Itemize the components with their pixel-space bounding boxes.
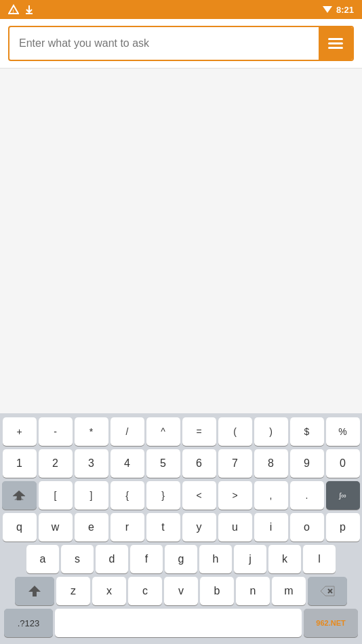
- key-u[interactable]: u: [218, 513, 252, 542]
- key-fn[interactable]: ∫∞: [326, 481, 361, 510]
- svg-rect-7: [328, 47, 343, 49]
- keyboard-row-qwerty: q w e r t y u i o p: [2, 513, 360, 542]
- key-y[interactable]: y: [182, 513, 216, 542]
- key-p[interactable]: p: [326, 513, 360, 542]
- svg-rect-6: [328, 43, 343, 45]
- key-t[interactable]: t: [146, 513, 180, 542]
- send-icon: [328, 37, 343, 50]
- key-l[interactable]: l: [303, 545, 336, 573]
- search-input[interactable]: [9, 29, 319, 58]
- signal-icon: [323, 5, 332, 14]
- backspace-icon: [319, 585, 336, 597]
- keyboard: + - * / ^ = ( ) $ % 1 2 3 4 5 6 7 8 9 0 …: [0, 413, 362, 644]
- key-m[interactable]: m: [272, 577, 306, 605]
- key-lbracket[interactable]: [: [39, 481, 73, 510]
- search-area: [0, 19, 362, 69]
- svg-marker-12: [321, 586, 334, 596]
- search-box: [8, 26, 354, 61]
- key-r[interactable]: r: [110, 513, 144, 542]
- key-c[interactable]: c: [128, 577, 162, 605]
- key-d[interactable]: d: [96, 545, 128, 573]
- key-h[interactable]: h: [199, 545, 232, 573]
- key-rparen[interactable]: ): [254, 417, 288, 446]
- key-6[interactable]: 6: [182, 449, 216, 478]
- keyboard-row-asdf: a s d f g h j k l: [2, 545, 360, 573]
- key-s[interactable]: s: [61, 545, 94, 573]
- key-z[interactable]: z: [56, 577, 90, 605]
- key-shift[interactable]: [15, 577, 54, 605]
- key-0[interactable]: 0: [326, 449, 360, 478]
- key-minus[interactable]: -: [39, 417, 73, 446]
- key-3[interactable]: 3: [75, 449, 108, 478]
- key-asterisk[interactable]: *: [75, 417, 108, 446]
- key-1[interactable]: 1: [3, 449, 37, 478]
- key-backspace[interactable]: [308, 577, 347, 605]
- status-time: 8:21: [336, 5, 354, 15]
- svg-marker-4: [323, 6, 332, 13]
- key-2[interactable]: 2: [39, 449, 73, 478]
- key-b[interactable]: b: [200, 577, 234, 605]
- key-7[interactable]: 7: [218, 449, 252, 478]
- key-4[interactable]: 4: [110, 449, 144, 478]
- shift-icon: [28, 584, 41, 598]
- key-lparen[interactable]: (: [218, 417, 252, 446]
- key-comma[interactable]: ,: [254, 481, 288, 510]
- key-equals[interactable]: =: [182, 417, 216, 446]
- key-dollar[interactable]: $: [290, 417, 324, 446]
- svg-marker-11: [28, 586, 41, 596]
- key-caret[interactable]: ^: [146, 417, 180, 446]
- key-a[interactable]: a: [26, 545, 59, 573]
- key-lt[interactable]: <: [182, 481, 216, 510]
- key-shift-special[interactable]: [2, 481, 37, 510]
- key-q[interactable]: q: [3, 513, 37, 542]
- status-bar-left: !: [8, 4, 34, 15]
- key-x[interactable]: x: [92, 577, 126, 605]
- key-9[interactable]: 9: [290, 449, 324, 478]
- keyboard-row-symbols: + - * / ^ = ( ) $ %: [2, 417, 360, 446]
- key-plus[interactable]: +: [3, 417, 37, 446]
- key-rbrace[interactable]: }: [146, 481, 180, 510]
- key-f[interactable]: f: [130, 545, 163, 573]
- keyboard-row-bottom: .?123 962.NET: [2, 609, 360, 641]
- key-symbol-switch[interactable]: .?123: [4, 609, 53, 637]
- key-o[interactable]: o: [290, 513, 324, 542]
- key-i[interactable]: i: [254, 513, 288, 542]
- keyboard-row-zxcv: z x c v b n m: [2, 577, 360, 605]
- key-g[interactable]: g: [165, 545, 197, 573]
- svg-rect-5: [328, 38, 343, 40]
- key-space[interactable]: [55, 609, 302, 637]
- key-w[interactable]: w: [39, 513, 73, 542]
- content-area: [0, 69, 362, 413]
- key-8[interactable]: 8: [254, 449, 288, 478]
- key-5[interactable]: 5: [146, 449, 180, 478]
- key-v[interactable]: v: [164, 577, 198, 605]
- download-icon: [24, 4, 34, 15]
- warning-icon: !: [8, 4, 19, 15]
- symbol-switch-label: .?123: [18, 618, 40, 628]
- key-gt[interactable]: >: [218, 481, 252, 510]
- key-j[interactable]: j: [234, 545, 266, 573]
- status-bar-right: 8:21: [323, 5, 354, 15]
- watermark-label: 962.NET: [316, 619, 345, 627]
- keyboard-row-numbers: 1 2 3 4 5 6 7 8 9 0: [2, 449, 360, 478]
- status-bar: ! 8:21: [0, 0, 362, 19]
- key-k[interactable]: k: [268, 545, 301, 573]
- key-right-switch[interactable]: 962.NET: [304, 609, 358, 637]
- key-lbrace[interactable]: {: [110, 481, 144, 510]
- key-e[interactable]: e: [75, 513, 108, 542]
- keyboard-row-brackets: [ ] { } < > , . ∫∞: [2, 481, 360, 510]
- key-n[interactable]: n: [236, 577, 270, 605]
- key-rbracket[interactable]: ]: [75, 481, 108, 510]
- key-period[interactable]: .: [290, 481, 324, 510]
- svg-text:!: !: [12, 8, 14, 14]
- key-percent[interactable]: %: [326, 417, 360, 446]
- search-button[interactable]: [319, 27, 353, 60]
- key-slash[interactable]: /: [110, 417, 144, 446]
